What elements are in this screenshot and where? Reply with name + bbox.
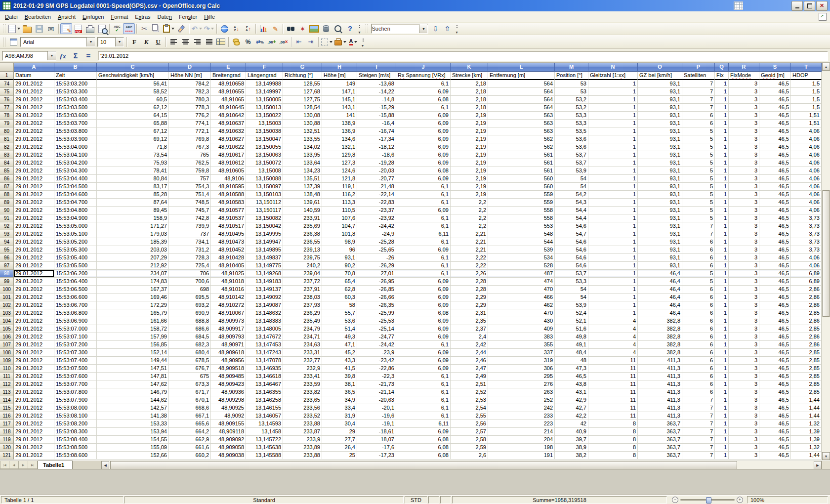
cell[interactable]: 4,06 <box>791 135 822 143</box>
cell[interactable]: 29.01.2012 <box>14 380 54 388</box>
cell[interactable]: 7 <box>682 436 715 444</box>
cell[interactable]: 6,09 <box>396 159 451 167</box>
cell[interactable]: 153,33 <box>97 420 169 428</box>
cell[interactable]: 46,5 <box>759 214 791 222</box>
menu-daten[interactable]: Daten <box>154 12 175 21</box>
cell[interactable]: 93,1 <box>638 238 682 246</box>
cell[interactable]: 4 <box>588 333 638 341</box>
cell[interactable]: 46,5 <box>759 135 791 143</box>
cell[interactable]: 133,64 <box>283 159 322 167</box>
cell[interactable]: -19,1 <box>357 420 396 428</box>
cell[interactable]: 54,3 <box>555 199 588 207</box>
cell[interactable]: 7 <box>682 222 715 230</box>
cell[interactable]: 1 <box>715 143 729 151</box>
row-header[interactable]: 95 <box>0 246 14 254</box>
cell[interactable]: 319 <box>488 357 555 365</box>
cell[interactable]: 239,04 <box>283 270 322 278</box>
row-header[interactable]: 110 <box>0 365 14 373</box>
cell[interactable]: 4 <box>588 349 638 357</box>
cell[interactable]: 46,5 <box>759 167 791 175</box>
row-header[interactable]: 93 <box>0 230 14 238</box>
cell[interactable]: 15:53:03.500 <box>54 104 97 112</box>
cell[interactable]: 138,9 <box>322 120 357 127</box>
cell[interactable]: 93,1 <box>638 151 682 159</box>
cell[interactable]: 128,54 <box>283 104 322 112</box>
cell[interactable]: 1 <box>715 357 729 365</box>
cell[interactable]: 93,1 <box>638 135 682 143</box>
cell[interactable]: 71,8 <box>97 143 169 151</box>
cell[interactable]: -18,6 <box>357 151 396 159</box>
cell[interactable]: 53,6 <box>322 317 357 325</box>
cell[interactable]: 51,6 <box>555 325 588 333</box>
cell[interactable]: 2,85 <box>791 373 822 380</box>
align-justify-button[interactable] <box>203 37 215 47</box>
zoom-tool-button[interactable] <box>332 23 344 34</box>
cell[interactable]: 6,09 <box>396 88 451 96</box>
cell[interactable]: 1 <box>715 127 729 135</box>
cell[interactable]: 673,3 <box>169 380 211 388</box>
cell[interactable]: 1 <box>588 270 638 278</box>
row-header[interactable]: 111 <box>0 373 14 380</box>
cell[interactable]: 6,1 <box>396 412 451 420</box>
cell[interactable]: 13,149995 <box>246 230 283 238</box>
cell[interactable]: 185,39 <box>97 238 169 246</box>
cell[interactable]: 93,1 <box>638 199 682 207</box>
cell[interactable]: 29.01.2012 <box>14 175 54 183</box>
cell[interactable]: 15:53:04.900 <box>54 214 97 222</box>
cell[interactable]: 233 <box>488 412 555 420</box>
cell[interactable]: 15:53:04.200 <box>54 159 97 167</box>
cell[interactable]: 134,02 <box>283 143 322 151</box>
equals-button[interactable] <box>83 50 94 61</box>
sort-descending-button[interactable]: ZA↑ <box>242 23 254 34</box>
cell[interactable]: 15:53:04.800 <box>54 207 97 214</box>
cell[interactable]: 6,1 <box>396 270 451 278</box>
cell[interactable]: 6,1 <box>396 104 451 112</box>
cell[interactable]: 46,5 <box>759 333 791 341</box>
cell[interactable]: 54,6 <box>555 246 588 254</box>
cell[interactable]: 158,72 <box>97 325 169 333</box>
cell[interactable]: -14,8 <box>357 96 396 104</box>
cell[interactable]: 46,5 <box>759 238 791 246</box>
cell[interactable]: 203,03 <box>97 246 169 254</box>
cell[interactable]: 46,5 <box>759 80 791 88</box>
cell[interactable]: 144,62 <box>97 396 169 404</box>
cell[interactable]: 53,3 <box>555 120 588 127</box>
cell[interactable]: 3 <box>729 120 759 127</box>
cell[interactable]: 4,06 <box>791 254 822 262</box>
cell[interactable]: Gleitzahl [1:xx] <box>588 72 638 80</box>
cell[interactable]: 3 <box>729 325 759 333</box>
cell[interactable]: 179,03 <box>97 230 169 238</box>
cell[interactable]: 737 <box>169 230 211 238</box>
row-header[interactable]: 81 <box>0 135 14 143</box>
cell[interactable]: 137,39 <box>283 183 322 191</box>
help-button[interactable]: ? <box>344 23 356 34</box>
cell[interactable]: 46,5 <box>759 380 791 388</box>
cell[interactable]: 682,3 <box>169 341 211 349</box>
cell[interactable]: 149 <box>322 80 357 88</box>
cell[interactable]: 13,150097 <box>246 183 283 191</box>
cell[interactable]: Geschwindigkeit [km/h] <box>97 72 169 80</box>
cell[interactable]: 158,9 <box>97 214 169 222</box>
cell[interactable]: 29.01.2012 <box>14 286 54 294</box>
zoom-slider[interactable]: − + <box>668 496 747 504</box>
cell[interactable]: -22,86 <box>357 365 396 373</box>
cell[interactable]: 559 <box>488 199 555 207</box>
cell[interactable]: Fix <box>715 72 729 80</box>
cell[interactable]: 6 <box>682 357 715 365</box>
column-header-D[interactable]: D <box>169 63 211 72</box>
cell[interactable]: 29.01.2012 <box>14 341 54 349</box>
cell[interactable]: 1 <box>715 317 729 325</box>
cell[interactable]: 98,9 <box>322 238 357 246</box>
redo-button[interactable]: ↷ <box>203 23 215 34</box>
cell[interactable]: 563 <box>488 112 555 120</box>
cell[interactable]: 2,21 <box>451 246 488 254</box>
cell[interactable]: 1 <box>715 420 729 428</box>
cell[interactable]: 688,8 <box>169 317 211 325</box>
cell[interactable]: 174,83 <box>97 278 169 286</box>
cell[interactable]: 233,52 <box>283 412 322 420</box>
cell[interactable]: 138,48 <box>283 191 322 199</box>
cell[interactable]: 539 <box>488 246 555 254</box>
cell[interactable]: 237,72 <box>283 278 322 286</box>
cell[interactable]: 13,146155 <box>246 404 283 412</box>
cell[interactable]: 6 <box>682 246 715 254</box>
